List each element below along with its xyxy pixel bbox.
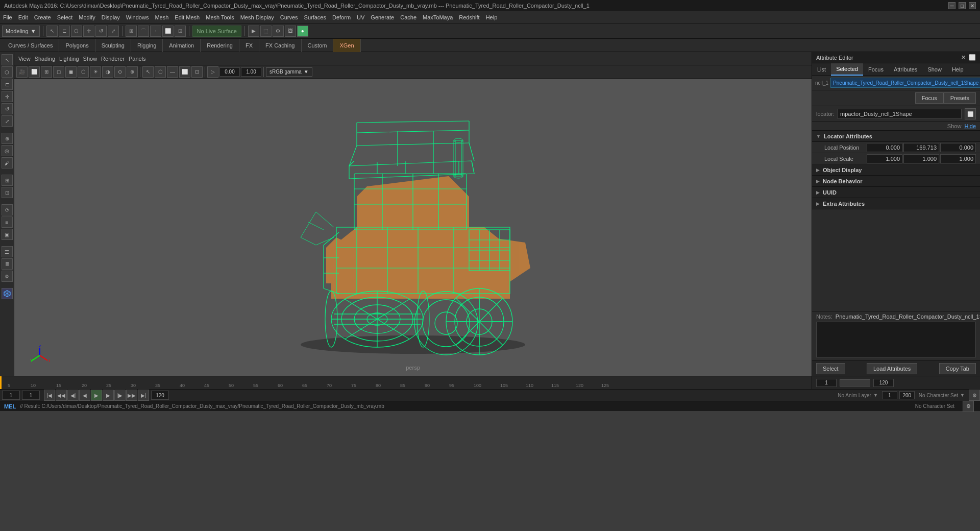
status-gear[interactable]: ⚙ xyxy=(963,401,974,412)
end-frame-input[interactable] xyxy=(151,391,169,400)
menu-maxtomaya[interactable]: MaxToMaya xyxy=(423,14,453,20)
load-attributes-button[interactable]: Load Attributes xyxy=(867,363,917,374)
vp-menu-renderer[interactable]: Renderer xyxy=(101,56,125,62)
vp-film[interactable]: ⬜ xyxy=(29,66,40,78)
vp-uv-mode[interactable]: ⊡ xyxy=(191,66,203,78)
near-clip[interactable] xyxy=(219,67,240,77)
pb-go-start[interactable]: |◀ xyxy=(44,390,55,401)
section-locator-attributes[interactable]: ▼ Locator Attributes xyxy=(812,131,980,142)
attr-tab-focus[interactable]: Focus xyxy=(863,63,889,76)
attr-tab-list[interactable]: List xyxy=(812,63,831,76)
menu-modify[interactable]: Modify xyxy=(79,14,95,20)
tab-rendering[interactable]: Rendering xyxy=(201,39,239,52)
attr-expand-icon[interactable]: ⬜ xyxy=(969,54,976,61)
vp-smooth[interactable]: ◼ xyxy=(65,66,77,78)
snap-view[interactable]: ⊡ xyxy=(175,26,186,37)
menu-redshift[interactable]: Redshift xyxy=(459,14,479,20)
sculpt[interactable]: 🖌 xyxy=(2,157,13,168)
tab-polygons[interactable]: Polygons xyxy=(59,39,95,52)
vp-menu-lighting[interactable]: Lighting xyxy=(59,56,79,62)
pb-step-fwd[interactable]: ▶▶ xyxy=(126,390,137,401)
snap-together[interactable]: ⊡ xyxy=(2,187,13,198)
timeline-range-start[interactable] xyxy=(816,379,837,387)
vp-camera[interactable]: 🎥 xyxy=(16,66,28,78)
menu-create[interactable]: Create xyxy=(34,14,51,20)
pb-prev-key[interactable]: ◀| xyxy=(67,390,79,401)
attr-local-scale-y[interactable]: 1.000 xyxy=(903,154,939,163)
copy-tab-button[interactable]: Copy Tab xyxy=(939,363,976,374)
lasso-select[interactable]: ⊏ xyxy=(2,79,13,90)
select-tool-left[interactable]: ↖ xyxy=(2,54,13,65)
vp-face-mode[interactable]: ⬜ xyxy=(179,66,190,78)
start-frame-input[interactable] xyxy=(2,391,20,400)
section-object-display[interactable]: ▶ Object Display xyxy=(812,164,980,176)
attr-tab-help[interactable]: Help xyxy=(947,63,969,76)
attr-local-pos-z[interactable]: 0.000 xyxy=(940,143,976,152)
pb-step-back[interactable]: ◀◀ xyxy=(56,390,67,401)
tab-fx[interactable]: FX xyxy=(239,39,259,52)
tool-settings[interactable]: ⚙ xyxy=(2,271,13,282)
vp-menu-view[interactable]: View xyxy=(18,56,31,62)
vp-play[interactable]: ▷ xyxy=(207,66,218,78)
menu-help[interactable]: Help xyxy=(486,14,498,20)
snap-surface[interactable]: ⬜ xyxy=(162,26,174,37)
pb-go-end[interactable]: ▶| xyxy=(138,390,149,401)
pb-prev-frame[interactable]: ◀ xyxy=(79,390,90,401)
lasso-tool[interactable]: ⊏ xyxy=(59,26,70,37)
timeline-range-slider[interactable] xyxy=(840,379,870,387)
cube-btn[interactable] xyxy=(2,288,13,299)
menu-cache[interactable]: Cache xyxy=(400,14,416,20)
hide-button[interactable]: Hide xyxy=(964,123,976,129)
rotate-tool[interactable]: ↺ xyxy=(95,26,107,37)
vp-edge-mode[interactable]: — xyxy=(167,66,178,78)
universal-manip[interactable]: ⊕ xyxy=(2,133,13,144)
vp-tex[interactable]: ⬡ xyxy=(78,66,89,78)
far-clip[interactable] xyxy=(241,67,261,77)
snap-point[interactable]: · xyxy=(150,26,161,37)
scale-tool-left[interactable]: ⤢ xyxy=(2,115,13,127)
select-button[interactable]: Select xyxy=(816,363,845,374)
menu-windows[interactable]: Windows xyxy=(126,14,149,20)
vp-menu-shading[interactable]: Shading xyxy=(35,56,55,62)
attr-tab-selected[interactable]: Selected xyxy=(831,63,863,76)
tab-xgen[interactable]: XGen xyxy=(333,39,360,52)
menu-display[interactable]: Display xyxy=(102,14,120,20)
tab-animation[interactable]: Animation xyxy=(163,39,201,52)
paint-select[interactable]: ⬡ xyxy=(2,66,13,78)
attr-local-scale-z[interactable]: 1.000 xyxy=(940,154,976,163)
vp-light[interactable]: ☀ xyxy=(90,66,101,78)
vp-xrayjoint[interactable]: ⊕ xyxy=(127,66,138,78)
scale-tool[interactable]: ⤢ xyxy=(108,26,119,37)
snap-curve[interactable]: ⌒ xyxy=(138,26,149,37)
move-tool-left[interactable]: ✛ xyxy=(2,91,13,102)
menu-select[interactable]: Select xyxy=(57,14,73,20)
show-manip[interactable]: ⊞ xyxy=(2,175,13,186)
viewport-canvas[interactable]: X Y Z persp xyxy=(14,79,812,376)
vp-xray[interactable]: ⊙ xyxy=(114,66,126,78)
attr-tab-attributes[interactable]: Attributes xyxy=(889,63,922,76)
minimize-button[interactable]: ─ xyxy=(948,2,955,9)
current-frame-input[interactable] xyxy=(22,391,40,400)
timeline-frames[interactable]: 5 10 15 20 25 30 35 40 45 50 55 60 65 70… xyxy=(0,376,812,389)
attr-local-pos-y[interactable]: 169.713 xyxy=(903,143,939,152)
render-settings[interactable]: ⚙ xyxy=(273,26,284,37)
attr-tab-show[interactable]: Show xyxy=(922,63,947,76)
menu-file[interactable]: File xyxy=(3,14,12,20)
attr-local-scale-x[interactable]: 1.000 xyxy=(867,154,902,163)
vp-menu-show[interactable]: Show xyxy=(83,56,97,62)
ipr-btn[interactable]: ⬚ xyxy=(260,26,272,37)
paint-tool[interactable]: ⬡ xyxy=(71,26,82,37)
close-button[interactable]: ✕ xyxy=(969,2,976,9)
live-selector[interactable]: No Live Surface xyxy=(192,26,241,37)
presets-button[interactable]: Presets xyxy=(944,92,976,104)
vp-shadow[interactable]: ◑ xyxy=(102,66,113,78)
viewport-render[interactable]: ● xyxy=(297,26,308,37)
tab-curves-surfaces[interactable]: Curves / Surfaces xyxy=(2,39,59,52)
timeline-range-end[interactable] xyxy=(873,379,894,387)
vp-menu-panels[interactable]: Panels xyxy=(129,56,146,62)
history[interactable]: ⟳ xyxy=(2,204,13,215)
menu-mesh-tools[interactable]: Mesh Tools xyxy=(206,14,234,20)
move-tool[interactable]: ✛ xyxy=(83,26,94,37)
menu-edit-mesh[interactable]: Edit Mesh xyxy=(175,14,200,20)
menu-mesh-display[interactable]: Mesh Display xyxy=(240,14,274,20)
